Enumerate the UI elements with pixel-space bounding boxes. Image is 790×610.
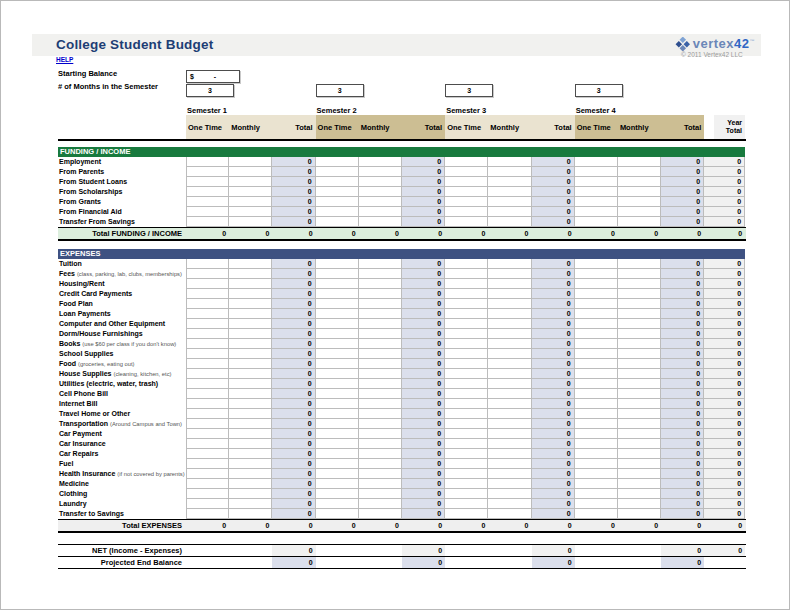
cell-onetime-sem2[interactable] bbox=[316, 279, 359, 289]
cell-monthly-sem4[interactable] bbox=[618, 157, 661, 167]
cell-onetime-sem4[interactable] bbox=[575, 259, 618, 269]
cell-monthly-sem3[interactable] bbox=[488, 289, 531, 299]
cell-onetime-sem2[interactable] bbox=[316, 177, 359, 187]
cell-monthly-sem1[interactable] bbox=[229, 207, 272, 217]
cell-onetime-sem1[interactable] bbox=[186, 177, 229, 187]
cell-onetime-sem2[interactable] bbox=[316, 187, 359, 197]
cell-monthly-sem2[interactable] bbox=[359, 157, 402, 167]
cell-monthly-sem3[interactable] bbox=[488, 489, 531, 499]
cell-onetime-sem1[interactable] bbox=[186, 217, 229, 227]
cell-onetime-sem4[interactable] bbox=[575, 319, 618, 329]
cell-monthly-sem3[interactable] bbox=[488, 429, 531, 439]
cell-onetime-sem1[interactable] bbox=[186, 187, 229, 197]
cell-onetime-sem2[interactable] bbox=[316, 309, 359, 319]
cell-monthly-sem1[interactable] bbox=[229, 187, 272, 197]
cell-onetime-sem1[interactable] bbox=[186, 449, 229, 459]
cell-onetime-sem4[interactable] bbox=[575, 207, 618, 217]
cell-onetime-sem1[interactable] bbox=[186, 399, 229, 409]
cell-onetime-sem3[interactable] bbox=[445, 167, 488, 177]
cell-onetime-sem3[interactable] bbox=[445, 259, 488, 269]
cell-onetime-sem3[interactable] bbox=[445, 339, 488, 349]
cell-monthly-sem2[interactable] bbox=[359, 329, 402, 339]
cell-monthly-sem1[interactable] bbox=[229, 369, 272, 379]
starting-balance-input[interactable]: $ - bbox=[186, 70, 240, 83]
cell-monthly-sem4[interactable] bbox=[618, 197, 661, 207]
cell-onetime-sem1[interactable] bbox=[186, 419, 229, 429]
cell-onetime-sem3[interactable] bbox=[445, 399, 488, 409]
cell-monthly-sem1[interactable] bbox=[229, 157, 272, 167]
cell-monthly-sem4[interactable] bbox=[618, 217, 661, 227]
cell-onetime-sem3[interactable] bbox=[445, 499, 488, 509]
cell-monthly-sem1[interactable] bbox=[229, 399, 272, 409]
cell-onetime-sem2[interactable] bbox=[316, 399, 359, 409]
cell-monthly-sem1[interactable] bbox=[229, 409, 272, 419]
cell-onetime-sem4[interactable] bbox=[575, 299, 618, 309]
cell-monthly-sem3[interactable] bbox=[488, 329, 531, 339]
cell-monthly-sem3[interactable] bbox=[488, 379, 531, 389]
cell-monthly-sem2[interactable] bbox=[359, 469, 402, 479]
cell-monthly-sem3[interactable] bbox=[488, 309, 531, 319]
cell-onetime-sem1[interactable] bbox=[186, 259, 229, 269]
cell-monthly-sem2[interactable] bbox=[359, 359, 402, 369]
cell-onetime-sem2[interactable] bbox=[316, 157, 359, 167]
cell-onetime-sem2[interactable] bbox=[316, 289, 359, 299]
cell-onetime-sem4[interactable] bbox=[575, 289, 618, 299]
cell-onetime-sem2[interactable] bbox=[316, 449, 359, 459]
cell-onetime-sem2[interactable] bbox=[316, 329, 359, 339]
cell-monthly-sem4[interactable] bbox=[618, 399, 661, 409]
cell-monthly-sem4[interactable] bbox=[618, 259, 661, 269]
cell-onetime-sem4[interactable] bbox=[575, 197, 618, 207]
cell-monthly-sem3[interactable] bbox=[488, 187, 531, 197]
cell-onetime-sem3[interactable] bbox=[445, 379, 488, 389]
cell-onetime-sem4[interactable] bbox=[575, 157, 618, 167]
cell-onetime-sem1[interactable] bbox=[186, 269, 229, 279]
cell-monthly-sem1[interactable] bbox=[229, 379, 272, 389]
cell-monthly-sem3[interactable] bbox=[488, 419, 531, 429]
cell-monthly-sem2[interactable] bbox=[359, 439, 402, 449]
cell-monthly-sem1[interactable] bbox=[229, 289, 272, 299]
cell-onetime-sem3[interactable] bbox=[445, 299, 488, 309]
cell-monthly-sem1[interactable] bbox=[229, 217, 272, 227]
cell-monthly-sem2[interactable] bbox=[359, 339, 402, 349]
cell-onetime-sem1[interactable] bbox=[186, 157, 229, 167]
cell-monthly-sem3[interactable] bbox=[488, 167, 531, 177]
cell-onetime-sem1[interactable] bbox=[186, 429, 229, 439]
cell-onetime-sem4[interactable] bbox=[575, 269, 618, 279]
cell-monthly-sem4[interactable] bbox=[618, 299, 661, 309]
cell-onetime-sem4[interactable] bbox=[575, 449, 618, 459]
cell-onetime-sem1[interactable] bbox=[186, 369, 229, 379]
cell-onetime-sem2[interactable] bbox=[316, 369, 359, 379]
cell-onetime-sem3[interactable] bbox=[445, 389, 488, 399]
cell-onetime-sem1[interactable] bbox=[186, 197, 229, 207]
cell-onetime-sem3[interactable] bbox=[445, 409, 488, 419]
cell-onetime-sem4[interactable] bbox=[575, 419, 618, 429]
cell-monthly-sem4[interactable] bbox=[618, 439, 661, 449]
cell-monthly-sem3[interactable] bbox=[488, 349, 531, 359]
cell-onetime-sem4[interactable] bbox=[575, 359, 618, 369]
cell-monthly-sem1[interactable] bbox=[229, 299, 272, 309]
cell-onetime-sem2[interactable] bbox=[316, 499, 359, 509]
cell-monthly-sem1[interactable] bbox=[229, 319, 272, 329]
cell-onetime-sem3[interactable] bbox=[445, 429, 488, 439]
cell-monthly-sem2[interactable] bbox=[359, 509, 402, 519]
cell-onetime-sem3[interactable] bbox=[445, 279, 488, 289]
cell-monthly-sem3[interactable] bbox=[488, 469, 531, 479]
cell-onetime-sem3[interactable] bbox=[445, 269, 488, 279]
cell-onetime-sem4[interactable] bbox=[575, 167, 618, 177]
cell-onetime-sem1[interactable] bbox=[186, 409, 229, 419]
cell-onetime-sem2[interactable] bbox=[316, 167, 359, 177]
cell-monthly-sem3[interactable] bbox=[488, 339, 531, 349]
cell-onetime-sem4[interactable] bbox=[575, 399, 618, 409]
cell-onetime-sem4[interactable] bbox=[575, 409, 618, 419]
cell-monthly-sem1[interactable] bbox=[229, 459, 272, 469]
cell-monthly-sem1[interactable] bbox=[229, 197, 272, 207]
cell-onetime-sem3[interactable] bbox=[445, 369, 488, 379]
cell-monthly-sem2[interactable] bbox=[359, 167, 402, 177]
cell-monthly-sem2[interactable] bbox=[359, 309, 402, 319]
cell-monthly-sem4[interactable] bbox=[618, 469, 661, 479]
cell-onetime-sem1[interactable] bbox=[186, 439, 229, 449]
cell-monthly-sem2[interactable] bbox=[359, 259, 402, 269]
cell-onetime-sem4[interactable] bbox=[575, 279, 618, 289]
cell-onetime-sem3[interactable] bbox=[445, 489, 488, 499]
cell-monthly-sem3[interactable] bbox=[488, 509, 531, 519]
